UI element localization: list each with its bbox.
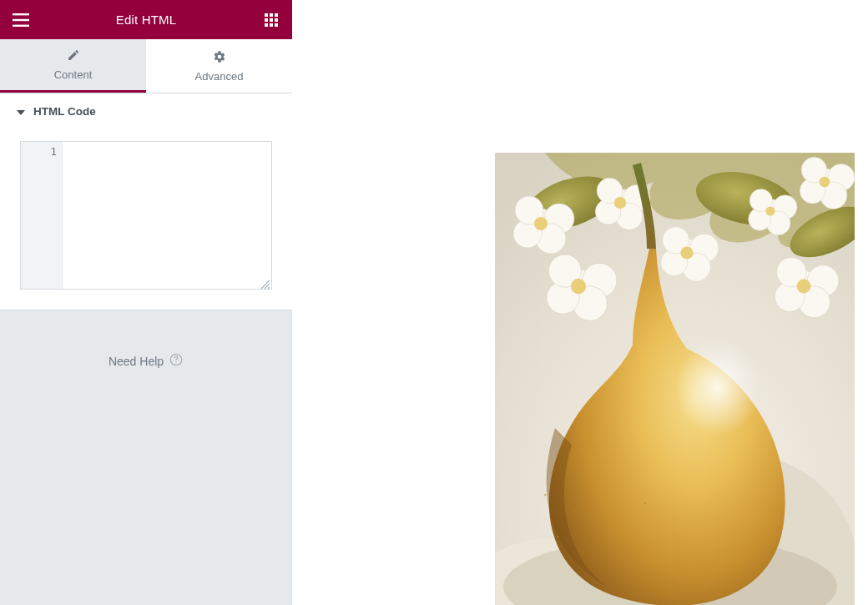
svg-point-16 [175, 362, 176, 363]
apps-grid-icon[interactable] [260, 9, 282, 31]
panel-title: Edit HTML [116, 13, 177, 27]
panel-tabs: Content Advanced [0, 39, 292, 93]
line-number: 1 [21, 145, 57, 158]
svg-point-51 [765, 206, 775, 215]
svg-point-27 [534, 217, 548, 230]
svg-rect-9 [265, 23, 268, 27]
svg-point-33 [614, 197, 626, 209]
tab-advanced[interactable]: Advanced [146, 39, 292, 93]
svg-rect-8 [275, 18, 278, 22]
editor-sidebar: Edit HTML Content Advanced [0, 0, 292, 605]
section-body: 1 [0, 129, 292, 310]
svg-rect-6 [265, 18, 268, 22]
svg-line-14 [268, 287, 270, 289]
svg-point-71 [644, 502, 646, 504]
svg-rect-1 [13, 18, 29, 20]
svg-point-64 [633, 332, 775, 491]
code-gutter: 1 [21, 142, 63, 289]
code-editor[interactable]: 1 [20, 141, 272, 290]
need-help-label: Need Help [108, 355, 164, 368]
svg-rect-5 [275, 13, 278, 17]
section-header[interactable]: HTML Code [0, 93, 292, 129]
preview-image [495, 153, 855, 605]
tab-content-label: Content [54, 68, 93, 81]
tab-content[interactable]: Content [0, 39, 146, 93]
svg-point-66 [611, 544, 613, 547]
svg-point-39 [571, 279, 586, 294]
svg-rect-10 [270, 23, 273, 27]
svg-point-45 [680, 246, 693, 259]
svg-rect-0 [13, 13, 29, 15]
svg-rect-7 [270, 18, 273, 22]
svg-point-63 [797, 280, 811, 294]
caret-down-icon [17, 105, 25, 118]
svg-point-72 [544, 494, 547, 497]
svg-point-70 [557, 536, 559, 538]
svg-rect-4 [270, 13, 273, 17]
svg-rect-3 [265, 13, 268, 17]
pencil-icon [67, 48, 80, 64]
need-help-link[interactable]: Need Help [0, 310, 292, 370]
sidebar-header: Edit HTML [0, 0, 292, 39]
help-icon [169, 352, 184, 370]
svg-point-69 [582, 552, 583, 554]
svg-point-67 [573, 511, 576, 513]
tab-advanced-label: Advanced [195, 70, 244, 83]
section-html-code: HTML Code 1 [0, 93, 292, 310]
svg-rect-2 [13, 24, 29, 26]
preview-canvas[interactable] [292, 0, 868, 605]
resize-handle-icon[interactable] [260, 277, 270, 287]
section-title: HTML Code [33, 105, 96, 118]
svg-rect-11 [275, 23, 278, 27]
svg-point-65 [593, 527, 596, 529]
svg-point-57 [820, 177, 830, 188]
code-textarea[interactable] [63, 142, 271, 289]
svg-point-68 [628, 569, 630, 572]
gear-icon [213, 50, 226, 66]
hamburger-menu-icon[interactable] [10, 9, 32, 31]
